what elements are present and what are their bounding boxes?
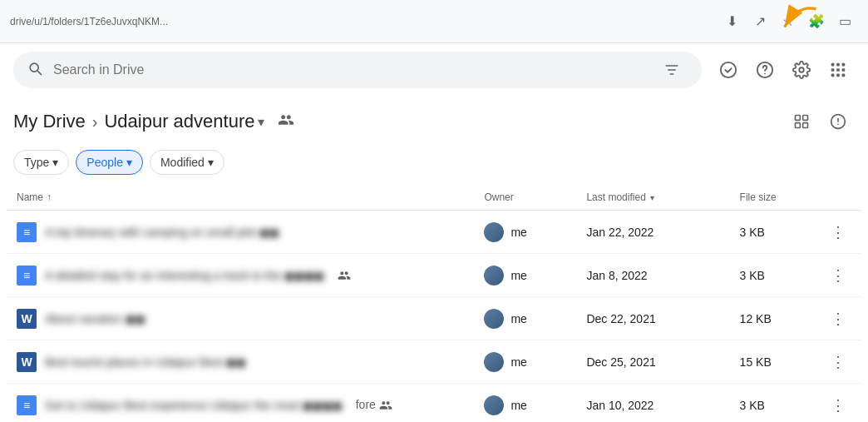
col-actions: [815, 185, 861, 211]
filter-people-arrow: ▾: [126, 156, 132, 169]
more-actions-cell[interactable]: ⋮: [815, 384, 861, 423]
more-options-button[interactable]: ⋮: [825, 262, 851, 289]
owner-name: me: [510, 355, 526, 369]
file-type-icon: ≡: [17, 266, 37, 285]
shared-users-icon: [338, 268, 351, 282]
modified-cell: Dec 25, 2021: [576, 340, 729, 384]
svg-rect-8: [831, 68, 835, 72]
svg-rect-6: [836, 63, 840, 67]
filter-modified-arrow: ▾: [208, 156, 214, 169]
modified-sort-arrow: ▾: [650, 193, 654, 202]
filter-chips-row: Type ▾ People ▾ Modified ▾: [0, 146, 868, 185]
more-actions-cell[interactable]: ⋮: [815, 254, 861, 297]
modified-cell: Dec 22, 2021: [576, 297, 729, 340]
filter-type-arrow: ▾: [52, 156, 58, 169]
svg-rect-15: [803, 116, 808, 121]
svg-point-3: [764, 73, 766, 75]
col-name-label: Name: [17, 191, 43, 203]
more-actions-cell[interactable]: ⋮: [815, 211, 861, 254]
svg-point-1: [721, 62, 736, 77]
search-bar[interactable]: [13, 52, 702, 88]
file-name-cell[interactable]: ≡ A detailed stay for an interesting a t…: [7, 254, 474, 297]
table-row: W Best tourist places in Udaipur Best ◼◼…: [7, 340, 861, 384]
col-modified[interactable]: Last modified ▾: [576, 185, 729, 211]
file-name-cell[interactable]: W Best tourist places in Udaipur Best ◼◼: [7, 340, 474, 384]
filter-type-label: Type: [24, 156, 49, 169]
svg-rect-16: [796, 123, 801, 128]
name-sort-control[interactable]: Name ↑: [17, 191, 464, 203]
search-filter-button[interactable]: [655, 53, 688, 87]
file-name-blurred: A trip itinerary with camping on small p…: [45, 226, 279, 239]
address-bar: drive/u/1/folders/1Tz6eJuvxqNKM...: [10, 16, 718, 27]
more-actions-cell[interactable]: ⋮: [815, 297, 861, 340]
file-type-icon: ≡: [17, 395, 37, 415]
share-button[interactable]: ↗: [747, 8, 773, 35]
table-row: ≡ A detailed stay for an interesting a t…: [7, 254, 861, 297]
check-circle-button[interactable]: [712, 53, 745, 87]
file-size-cell: 12 KB: [730, 297, 815, 340]
table-row: W About vacation ◼◼ me Dec 22, 2021 12 K…: [7, 297, 861, 340]
header-right-icons: [712, 53, 855, 87]
browser-top-bar: drive/u/1/folders/1Tz6eJuvxqNKM... ⬇ ↗ ☆…: [0, 0, 868, 43]
owner-avatar: [484, 395, 504, 415]
owner-avatar: [484, 309, 504, 329]
apps-grid-button[interactable]: [821, 53, 855, 87]
file-table: Name ↑ Owner Last modified ▾ File size ≡…: [7, 185, 861, 422]
owner-avatar: [484, 266, 504, 285]
more-options-button[interactable]: ⋮: [825, 305, 851, 332]
table-header: Name ↑ Owner Last modified ▾ File size: [7, 185, 861, 211]
file-type-icon: W: [17, 352, 37, 372]
breadcrumb-right-actions: [785, 105, 855, 138]
file-size-cell: 3 KB: [730, 384, 815, 423]
shared-users-icon: fore: [356, 398, 392, 412]
filter-type-chip[interactable]: Type ▾: [13, 150, 69, 175]
filter-modified-chip[interactable]: Modified ▾: [150, 150, 224, 175]
file-name-cell[interactable]: ≡ Get to Udaipur Best experience Udaipur…: [7, 384, 474, 423]
filter-modified-label: Modified: [160, 156, 205, 169]
info-button[interactable]: [821, 105, 855, 138]
table-row: ≡ Get to Udaipur Best experience Udaipur…: [7, 384, 861, 423]
file-name-blurred: About vacation ◼◼: [45, 312, 145, 325]
search-input[interactable]: [53, 62, 645, 77]
col-name: Name ↑: [7, 185, 474, 211]
filter-people-chip[interactable]: People ▾: [76, 150, 143, 175]
settings-button[interactable]: [785, 53, 818, 87]
extensions-button[interactable]: 🧩: [803, 8, 830, 35]
svg-rect-13: [842, 74, 846, 77]
file-size-cell: 3 KB: [730, 211, 815, 254]
help-button[interactable]: [748, 53, 782, 87]
owner-name: me: [510, 226, 526, 239]
filter-people-label: People: [86, 156, 123, 169]
owner-name: me: [510, 312, 526, 325]
svg-rect-17: [803, 123, 808, 128]
browser-toolbar-icons: ⬇ ↗ ☆ 🧩 ▭: [718, 8, 858, 35]
shared-folder-icon[interactable]: [278, 112, 294, 132]
file-table-body: ≡ A trip itinerary with camping on small…: [7, 211, 861, 423]
breadcrumb-root[interactable]: My Drive: [13, 111, 86, 132]
owner-name: me: [510, 399, 526, 412]
file-name-blurred: Get to Udaipur Best experience Udaipur t…: [45, 399, 343, 412]
file-name-cell[interactable]: ≡ A trip itinerary with camping on small…: [7, 211, 474, 254]
col-size: File size: [730, 185, 815, 211]
breadcrumb-row: My Drive › Udaipur adventure ▾: [0, 97, 868, 146]
owner-cell: me: [474, 297, 576, 340]
file-name-cell[interactable]: W About vacation ◼◼: [7, 297, 474, 340]
more-options-button[interactable]: ⋮: [825, 392, 851, 419]
file-type-icon: ≡: [17, 222, 37, 242]
modified-cell: Jan 10, 2022: [576, 384, 729, 423]
download-page-button[interactable]: ⬇: [718, 8, 745, 35]
more-options-button[interactable]: ⋮: [825, 349, 851, 375]
more-actions-cell[interactable]: ⋮: [815, 340, 861, 384]
more-options-button[interactable]: ⋮: [825, 219, 851, 246]
owner-cell: me: [474, 384, 576, 423]
modified-cell: Jan 22, 2022: [576, 211, 729, 254]
svg-rect-5: [831, 63, 835, 67]
breadcrumb-current-folder[interactable]: Udaipur adventure ▾: [104, 111, 264, 132]
modified-cell: Jan 8, 2022: [576, 254, 729, 297]
breadcrumb-folder-name: Udaipur adventure: [104, 111, 254, 132]
file-size-cell: 15 KB: [730, 340, 815, 384]
file-name-blurred: A detailed stay for an interesting a tra…: [45, 269, 324, 282]
grid-view-button[interactable]: [785, 105, 818, 138]
sidebar-button[interactable]: ▭: [831, 8, 858, 35]
bookmark-button[interactable]: ☆: [775, 8, 801, 35]
